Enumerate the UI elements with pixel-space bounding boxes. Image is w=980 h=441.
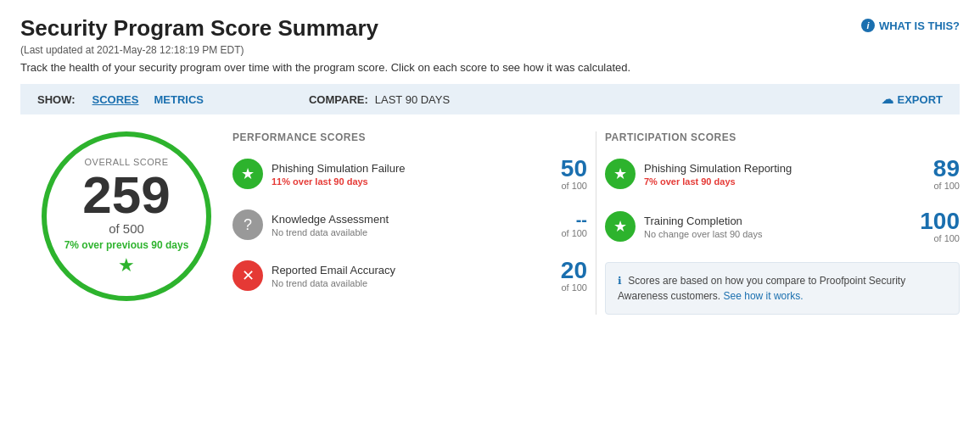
toolbar-compare: COMPARE: LAST 90 DAYS [309, 93, 450, 106]
email-accuracy-of: of 100 [540, 282, 587, 293]
knowledge-of: of 100 [540, 228, 587, 238]
knowledge-score: -- [540, 211, 587, 228]
knowledge-score-block: -- of 100 [540, 211, 587, 238]
info-box: ℹ Scores are based on how you compare to… [605, 262, 960, 315]
compare-label: COMPARE: [309, 93, 368, 106]
overall-trend: 7% over previous 90 days [64, 239, 189, 251]
export-button[interactable]: ☁ EXPORT [882, 92, 943, 106]
phishing-failure-icon: ★ [232, 159, 263, 189]
performance-scores-title: PERFORMANCE SCORES [232, 131, 587, 143]
training-score: 100 [913, 209, 960, 233]
compare-value: LAST 90 DAYS [375, 93, 450, 106]
what-is-this-button[interactable]: i WHAT IS THIS? [861, 19, 960, 32]
phishing-reporting-name: Phishing Simulation Reporting [644, 162, 904, 175]
phishing-reporting-score: 89 [913, 157, 960, 181]
phishing-failure-info: Phishing Simulation Failure 11% over las… [272, 162, 532, 187]
training-info: Training Completion No change over last … [644, 215, 904, 239]
phishing-reporting-icon: ★ [605, 159, 636, 189]
training-name: Training Completion [644, 215, 904, 227]
what-is-this-label: WHAT IS THIS? [879, 20, 960, 32]
header-row: Security Program Score Summary (Last upd… [20, 15, 960, 56]
knowledge-name: Knowledge Assessment [272, 213, 532, 226]
info-icon: i [861, 19, 875, 32]
header-left: Security Program Score Summary (Last upd… [20, 15, 378, 56]
score-item-phishing-reporting[interactable]: ★ Phishing Simulation Reporting 7% over … [605, 157, 960, 191]
info-box-link[interactable]: See how it works. [724, 290, 804, 302]
overall-number: 259 [82, 169, 170, 221]
toolbar: SHOW: SCORES METRICS COMPARE: LAST 90 DA… [20, 84, 960, 114]
email-accuracy-info: Reported Email Accuracy No trend data av… [272, 264, 532, 288]
email-accuracy-trend: No trend data available [272, 278, 532, 288]
participation-scores-title: PARTICIPATION SCORES [605, 131, 960, 143]
phishing-reporting-info: Phishing Simulation Reporting 7% over la… [644, 162, 904, 187]
email-accuracy-icon: ✕ [232, 260, 263, 291]
column-divider [596, 131, 596, 315]
info-box-icon: ℹ [618, 275, 622, 287]
training-score-block: 100 of 100 [913, 209, 960, 243]
phishing-reporting-trend: 7% over last 90 days [644, 176, 904, 187]
score-item-knowledge[interactable]: ? Knowledge Assessment No trend data ava… [232, 209, 587, 240]
export-icon: ☁ [882, 92, 893, 106]
page: Security Program Score Summary (Last upd… [0, 0, 980, 330]
email-accuracy-score: 20 [540, 259, 587, 282]
export-label: EXPORT [898, 93, 943, 106]
show-label: SHOW: [37, 93, 76, 106]
email-accuracy-name: Reported Email Accuracy [272, 264, 532, 276]
description: Track the health of your security progra… [20, 61, 960, 74]
main-content: OVERALL SCORE 259 of 500 7% over previou… [20, 131, 960, 315]
score-item-training[interactable]: ★ Training Completion No change over las… [605, 209, 960, 243]
phishing-failure-trend: 11% over last 90 days [272, 176, 532, 187]
overall-of: of 500 [109, 221, 144, 236]
knowledge-trend: No trend data available [272, 227, 532, 237]
page-title: Security Program Score Summary [20, 15, 378, 42]
knowledge-info: Knowledge Assessment No trend data avail… [272, 213, 532, 237]
overall-score-circle[interactable]: OVERALL SCORE 259 of 500 7% over previou… [42, 131, 211, 301]
training-of: of 100 [913, 233, 960, 243]
training-icon: ★ [605, 211, 636, 242]
overall-score-section: OVERALL SCORE 259 of 500 7% over previou… [20, 131, 232, 301]
score-item-phishing-failure[interactable]: ★ Phishing Simulation Failure 11% over l… [232, 157, 587, 191]
toolbar-show: SHOW: SCORES METRICS [37, 93, 207, 106]
phishing-reporting-score-block: 89 of 100 [913, 157, 960, 191]
performance-scores-column: PERFORMANCE SCORES ★ Phishing Simulation… [232, 131, 587, 311]
score-item-email-accuracy[interactable]: ✕ Reported Email Accuracy No trend data … [232, 259, 587, 293]
last-updated: (Last updated at 2021-May-28 12:18:19 PM… [20, 44, 378, 56]
phishing-reporting-of: of 100 [913, 181, 960, 191]
participation-scores-column: PARTICIPATION SCORES ★ Phishing Simulati… [605, 131, 960, 315]
overall-star-icon: ★ [118, 254, 135, 276]
tab-scores[interactable]: SCORES [89, 93, 143, 106]
email-accuracy-score-block: 20 of 100 [540, 259, 587, 293]
tab-metrics[interactable]: METRICS [150, 93, 207, 106]
phishing-failure-score-block: 50 of 100 [540, 157, 587, 191]
phishing-failure-score: 50 [540, 157, 587, 181]
phishing-failure-of: of 100 [540, 181, 587, 191]
training-trend: No change over last 90 days [644, 229, 904, 239]
phishing-failure-name: Phishing Simulation Failure [272, 162, 532, 175]
knowledge-icon: ? [232, 209, 263, 240]
